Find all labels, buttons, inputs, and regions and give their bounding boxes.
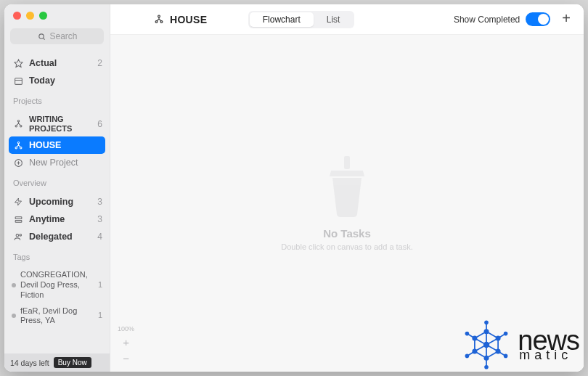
tag-item[interactable]: CONGREGATION, Devil Dog Press, Fiction 1	[4, 267, 110, 303]
sidebar-item-upcoming[interactable]: Upcoming 3	[4, 193, 110, 211]
tag-item[interactable]: fEaR, Devil Dog Press, YA 1	[4, 303, 110, 330]
trial-text: 14 days left	[10, 359, 49, 367]
canvas[interactable]: No Tasks Double click on canvas to add a…	[110, 35, 584, 372]
add-button[interactable]: +	[559, 11, 573, 28]
main-area: HOUSE Flowchart List Show Completed + No…	[110, 4, 584, 372]
svg-marker-14	[15, 198, 22, 205]
sidebar-item-new-project[interactable]: New Project	[4, 154, 110, 171]
sidebar-item-today[interactable]: Today	[4, 72, 110, 89]
tag-dot-icon	[12, 314, 16, 318]
section-projects: Projects	[4, 91, 110, 107]
svg-line-1	[44, 38, 45, 39]
zoom-controls: 100% + −	[118, 325, 134, 364]
svg-rect-22	[344, 156, 350, 169]
cup-icon	[324, 156, 370, 217]
seg-flowchart[interactable]: Flowchart	[250, 12, 314, 27]
title-text: HOUSE	[170, 14, 207, 25]
sidebar-item-anytime[interactable]: Anytime 3	[4, 211, 110, 228]
empty-hint: Double click on canvas to add a task.	[281, 242, 413, 251]
section-overview: Overview	[4, 173, 110, 189]
sidebar-item-label: WRITING PROJECTS	[29, 115, 88, 133]
svg-rect-15	[15, 216, 22, 218]
sidebar-item-count: 4	[94, 232, 102, 242]
svg-point-0	[39, 33, 44, 38]
sidebar-item-label: Actual	[29, 58, 88, 68]
svg-rect-3	[15, 78, 22, 84]
sidebar-item-label: HOUSE	[29, 140, 86, 150]
show-completed-control: Show Completed	[454, 12, 550, 26]
trial-bar: 14 days left Buy Now	[4, 353, 110, 372]
zoom-in-button[interactable]: +	[120, 335, 133, 348]
sidebar-item-label: Delegated	[29, 232, 88, 242]
tag-count: 1	[98, 311, 102, 321]
sidebar-item-writing-projects[interactable]: WRITING PROJECTS 6	[4, 111, 110, 136]
search-input[interactable]: Search	[10, 28, 104, 44]
sidebar-item-count: 3	[94, 214, 102, 224]
svg-point-17	[16, 234, 18, 236]
sidebar-item-label: New Project	[29, 158, 102, 168]
stack-icon	[13, 214, 23, 224]
plus-circle-icon	[13, 158, 23, 168]
show-completed-label: Show Completed	[454, 15, 520, 25]
toolbar: HOUSE Flowchart List Show Completed +	[110, 4, 584, 35]
sidebar-item-count: 3	[94, 197, 102, 207]
svg-rect-16	[15, 220, 22, 222]
star-icon	[13, 58, 23, 68]
tag-label: CONGREGATION, Devil Dog Press, Fiction	[20, 270, 94, 300]
sidebar-item-label: Anytime	[29, 214, 88, 224]
tag-dot-icon	[12, 283, 16, 287]
seg-list[interactable]: List	[314, 12, 354, 27]
sidebar: Search Actual 2 Today Projects	[4, 4, 110, 372]
view-segmented-control: Flowchart List	[248, 11, 355, 28]
buy-now-button[interactable]: Buy Now	[54, 357, 91, 368]
svg-point-19	[158, 15, 160, 17]
sidebar-item-label: Today	[29, 75, 88, 86]
zoom-out-button[interactable]: −	[120, 351, 133, 364]
zoom-icon[interactable]	[39, 12, 47, 20]
sidebar-item-count: 2	[94, 58, 102, 68]
show-completed-toggle[interactable]	[526, 12, 550, 26]
calendar-icon	[13, 75, 23, 86]
sidebar-item-delegated[interactable]: Delegated 4	[4, 228, 110, 245]
close-icon[interactable]	[13, 12, 21, 20]
section-tags: Tags	[4, 247, 110, 263]
sidebar-item-house[interactable]: HOUSE	[9, 136, 105, 154]
sidebar-item-label: Upcoming	[29, 197, 88, 207]
people-icon	[13, 232, 23, 242]
page-title: HOUSE	[154, 14, 207, 25]
flowchart-icon	[13, 119, 23, 129]
minimize-icon[interactable]	[26, 12, 34, 20]
sidebar-item-actual[interactable]: Actual 2	[4, 54, 110, 72]
flowchart-icon	[13, 140, 23, 150]
svg-point-8	[17, 142, 19, 143]
sidebar-item-count: 6	[94, 119, 102, 129]
app-window: Search Actual 2 Today Projects	[4, 4, 584, 372]
tag-count: 1	[98, 280, 102, 290]
flowchart-icon	[154, 15, 164, 25]
window-controls	[4, 4, 110, 25]
zoom-level: 100%	[118, 325, 134, 332]
empty-title: No Tasks	[281, 227, 413, 240]
empty-state: No Tasks Double click on canvas to add a…	[281, 156, 413, 251]
svg-point-5	[17, 120, 19, 122]
search-placeholder: Search	[49, 31, 77, 41]
tag-label: fEaR, Devil Dog Press, YA	[20, 306, 94, 327]
svg-point-18	[19, 234, 21, 236]
svg-marker-2	[15, 60, 23, 67]
lightning-icon	[13, 197, 23, 207]
search-icon	[36, 31, 46, 41]
